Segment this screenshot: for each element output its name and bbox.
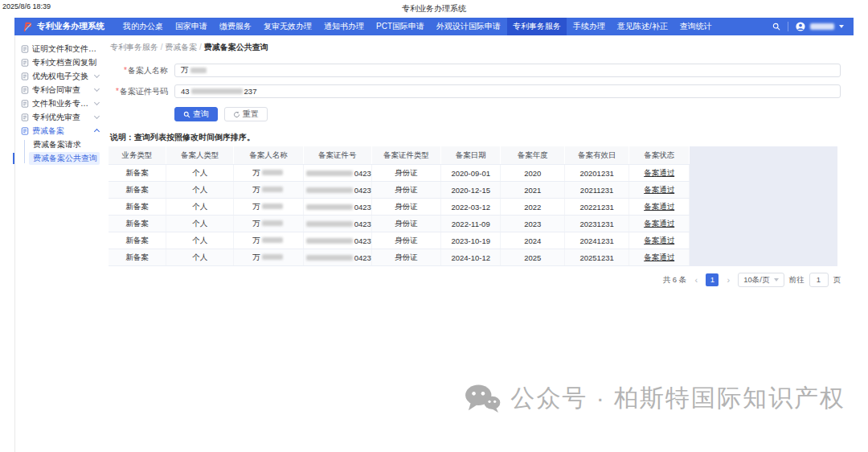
nav-item-5[interactable]: 通知书办理 xyxy=(318,18,370,35)
cell-empty xyxy=(690,249,837,266)
sidebar-subitem-2[interactable]: 费减备案公共查询 xyxy=(29,152,100,165)
cell-empty xyxy=(690,216,837,232)
cell-record-date: 2023-10-19 xyxy=(441,232,501,249)
chevron-up-icon xyxy=(94,129,100,134)
required-mark: * xyxy=(124,66,127,75)
page-size-select[interactable]: 10条/页 xyxy=(738,273,784,287)
breadcrumb-item-2[interactable]: 费减备案 xyxy=(165,43,197,51)
goto-page-input[interactable]: 1 xyxy=(809,273,829,287)
cell-record-year: 2025 xyxy=(501,249,565,266)
cell-cert-type: 身份证 xyxy=(371,216,440,232)
status-link[interactable]: 备案通过 xyxy=(644,202,674,211)
cell-status: 备案通过 xyxy=(629,249,690,266)
cell-empty xyxy=(690,232,837,249)
cell-cert-number: 04237 xyxy=(303,216,371,232)
applicant-name-label: *备案人名称 xyxy=(108,65,168,76)
next-page-button[interactable]: › xyxy=(723,273,733,286)
document-copy-icon xyxy=(21,59,29,67)
cell-cert-type: 身份证 xyxy=(371,199,440,216)
search-button[interactable]: 查询 xyxy=(174,107,218,121)
status-link[interactable]: 备案通过 xyxy=(644,185,674,194)
table-row-1: 新备案个人万04237身份证2020-09-01202020201231备案通过 xyxy=(108,165,837,182)
nav-item-3[interactable]: 缴费服务 xyxy=(214,18,257,35)
nav-item-7[interactable]: 外观设计国际申请 xyxy=(431,18,506,35)
cell-cert-type: 身份证 xyxy=(371,165,440,182)
breadcrumb-item-1[interactable]: 专利事务服务 xyxy=(110,43,158,51)
cell-record-date: 2020-09-01 xyxy=(441,165,501,182)
redacted-text xyxy=(262,254,283,260)
review-icon xyxy=(21,113,29,121)
table-note: 说明：查询列表按照修改时间倒序排序。 xyxy=(110,132,841,143)
cell-cert-number: 04237 xyxy=(303,199,371,216)
sidebar-item-4[interactable]: 专利合同审查 xyxy=(15,83,102,97)
nav-item-1[interactable]: 我的办公桌 xyxy=(117,18,169,35)
nav-item-9[interactable]: 手续办理 xyxy=(567,18,611,35)
nav-item-2[interactable]: 国家申请 xyxy=(170,18,213,35)
column-header-empty xyxy=(690,146,837,165)
breadcrumb-item-3: 费减备案公共查询 xyxy=(204,43,268,51)
status-link[interactable]: 备案通过 xyxy=(644,236,674,244)
app-brand[interactable]: 专利业务办理系统 xyxy=(23,21,104,32)
table-header-row: 业务类型备案人类型备案人名称备案证件号备案证件类型备案日期备案年度备案有效日备案… xyxy=(108,146,837,165)
input-value-visible: 43 xyxy=(181,87,190,96)
sidebar-item-7[interactable]: 费减备案 xyxy=(15,124,102,138)
nav-item-6[interactable]: PCT国际申请 xyxy=(371,18,430,35)
status-link[interactable]: 备案通过 xyxy=(644,219,674,228)
page-number-button[interactable]: 1 xyxy=(706,273,719,286)
sidebar-subitem-1[interactable]: 费减备案请求 xyxy=(29,138,100,151)
cell-record-name: 万 xyxy=(234,216,303,232)
sidebar-item-6[interactable]: 专利优先审查 xyxy=(15,110,102,124)
cell-record-name: 万 xyxy=(234,249,303,266)
required-mark: * xyxy=(116,87,119,96)
sidebar-item-3[interactable]: 优先权电子交换 xyxy=(15,69,102,83)
cell-valid-date: 20231231 xyxy=(565,216,629,232)
refresh-icon xyxy=(233,111,240,118)
breadcrumb-separator: / xyxy=(197,43,203,51)
cell-business-type: 新备案 xyxy=(108,199,166,216)
cell-cert-type: 身份证 xyxy=(371,249,440,266)
cell-business-type: 新备案 xyxy=(108,232,166,249)
status-link[interactable]: 备案通过 xyxy=(644,253,674,261)
chevron-down-icon xyxy=(839,25,844,28)
sidebar-item-label: 文件和业务专用章备案 xyxy=(32,98,95,109)
navbar-divider xyxy=(788,22,788,31)
cell-record-name: 万 xyxy=(234,182,303,199)
nav-item-8[interactable]: 专利事务服务 xyxy=(507,18,567,35)
cell-record-date: 2020-12-15 xyxy=(441,182,501,199)
nav-item-10[interactable]: 意见陈述/补正 xyxy=(612,18,674,35)
reset-button[interactable]: 重置 xyxy=(224,107,268,121)
sidebar-item-1[interactable]: 证明文件和文件副本 xyxy=(15,42,102,55)
cell-person-type: 个人 xyxy=(166,216,234,232)
column-header-4: 备案证件号 xyxy=(303,146,371,165)
cell-record-date: 2022-03-12 xyxy=(441,199,501,216)
cell-record-date: 2024-10-12 xyxy=(441,249,501,266)
sidebar-item-5[interactable]: 文件和业务专用章备案 xyxy=(15,97,102,110)
cell-record-year: 2020 xyxy=(501,165,565,182)
column-header-1: 业务类型 xyxy=(108,146,166,165)
sidebar-item-2[interactable]: 专利文档查阅复制 xyxy=(15,55,102,69)
user-menu[interactable] xyxy=(796,22,844,31)
column-header-5: 备案证件类型 xyxy=(371,146,440,165)
status-link[interactable]: 备案通过 xyxy=(644,168,674,177)
prev-page-button[interactable]: ‹ xyxy=(691,273,701,286)
cell-cert-number: 04237 xyxy=(303,182,371,199)
column-header-7: 备案年度 xyxy=(501,146,565,165)
cert-number-input[interactable]: 43237 xyxy=(174,84,841,98)
nav-item-4[interactable]: 复审无效办理 xyxy=(258,18,317,35)
redacted-text xyxy=(262,220,283,226)
applicant-name-input[interactable]: 万 xyxy=(174,64,841,77)
search-icon[interactable] xyxy=(772,23,780,31)
chevron-down-icon xyxy=(94,86,100,92)
cell-empty xyxy=(690,182,837,199)
total-count: 共 6 条 xyxy=(663,275,687,286)
form-buttons: 查询 重置 xyxy=(174,107,841,121)
avatar-icon xyxy=(796,22,805,31)
nav-item-11[interactable]: 查询统计 xyxy=(674,18,718,35)
redacted-text xyxy=(306,221,353,227)
cell-business-type: 新备案 xyxy=(108,182,166,199)
fee-reduction-icon xyxy=(21,127,29,135)
sidebar-item-label: 优先权电子交换 xyxy=(32,71,88,82)
cell-status: 备案通过 xyxy=(629,199,690,216)
sidebar-item-label: 费减备案 xyxy=(32,125,64,137)
table-row-2: 新备案个人万04237身份证2020-12-15202120211231备案通过 xyxy=(108,182,837,199)
